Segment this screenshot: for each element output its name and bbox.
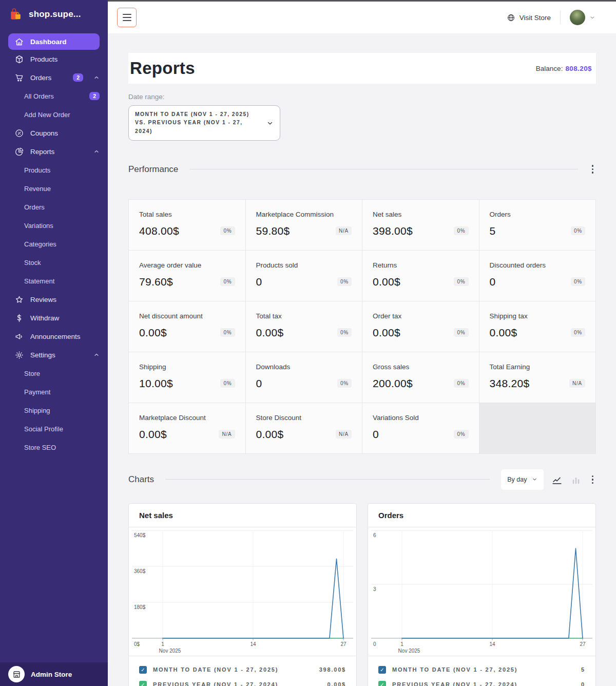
- hamburger-menu-button[interactable]: [117, 8, 137, 27]
- metric-card: Store Discount0.00$N/A: [246, 403, 362, 453]
- sidebar-item-label: Coupons: [30, 129, 58, 137]
- sidebar-footer[interactable]: Admin Store: [0, 662, 108, 686]
- group-by-select[interactable]: By day: [501, 469, 543, 490]
- sidebar-item-label: Orders: [30, 74, 51, 82]
- user-avatar[interactable]: [570, 10, 585, 25]
- metric-card: Shipping tax0.00$0%: [479, 301, 596, 352]
- visit-store-button[interactable]: Visit Store: [507, 13, 551, 22]
- cube-icon: [14, 54, 24, 64]
- sidebar-item-announcements[interactable]: Announcements: [0, 327, 108, 346]
- sidebar-item-reports-products[interactable]: Products: [0, 161, 108, 179]
- sidebar-item-settings-social-profile[interactable]: Social Profile: [0, 420, 108, 438]
- svg-text:6: 6: [373, 532, 376, 538]
- metric-change-badge: 0%: [220, 379, 235, 388]
- metric-card: Total tax0.00$0%: [246, 301, 362, 352]
- sidebar-item-reports-statement[interactable]: Statement: [0, 272, 108, 290]
- metric-label: Shipping: [139, 363, 235, 371]
- topbar: Visit Store: [108, 2, 616, 33]
- sidebar-item-reviews[interactable]: Reviews: [0, 290, 108, 309]
- metric-label: Variations Sold: [373, 414, 469, 422]
- sidebar: shop.supe... DashboardProductsOrders2All…: [0, 0, 108, 686]
- chevron-up-icon: [93, 148, 100, 155]
- sidebar-subitem-label: All Orders: [24, 92, 54, 100]
- metric-card: Shipping10.00$0%: [129, 352, 245, 403]
- sidebar-item-reports-stock[interactable]: Stock: [0, 253, 108, 272]
- sidebar-subitem-label: Add New Order: [24, 111, 70, 119]
- sidebar-item-settings[interactable]: Settings: [0, 346, 108, 364]
- legend-row[interactable]: ✓PREVIOUS YEAR (NOV 1 - 27, 2024)0.00$: [129, 677, 356, 686]
- legend-checkbox-icon[interactable]: ✓: [139, 666, 147, 674]
- sidebar-item-all-orders[interactable]: All Orders2: [0, 87, 108, 105]
- sidebar-subitem-label: Categories: [24, 240, 56, 248]
- performance-kebab-menu[interactable]: [589, 162, 596, 176]
- metric-value: 0.00$: [139, 428, 167, 441]
- metric-value: 5: [490, 225, 496, 237]
- legend-checkbox-icon[interactable]: ✓: [139, 681, 147, 686]
- sidebar-subitem-label: Shipping: [24, 407, 50, 414]
- legend-checkbox-icon[interactable]: ✓: [378, 681, 386, 686]
- metric-value: 0.00$: [373, 327, 400, 339]
- svg-text:Nov 2025: Nov 2025: [159, 648, 181, 654]
- sidebar-item-settings-store[interactable]: Store: [0, 364, 108, 383]
- sidebar-subitem-label: Variations: [24, 222, 53, 230]
- charts-kebab-menu[interactable]: [589, 473, 596, 487]
- metric-card: Marketplace Discount0.00$N/A: [129, 403, 245, 453]
- legend-row[interactable]: ✓PREVIOUS YEAR (NOV 1 - 27, 2024)0: [368, 677, 595, 686]
- metric-value: 0.00$: [373, 276, 400, 288]
- sidebar-item-orders[interactable]: Orders2: [0, 68, 108, 87]
- charts-title: Charts: [128, 474, 154, 485]
- orders-line-chart: 03611427Nov 2025: [368, 527, 595, 656]
- metric-value: 398.00$: [373, 225, 413, 237]
- sidebar-item-reports-orders[interactable]: Orders: [0, 198, 108, 216]
- metric-value: 0: [490, 276, 496, 288]
- line-chart-toggle-icon[interactable]: [551, 474, 563, 485]
- sidebar-subitem-label: Products: [24, 166, 50, 174]
- metric-label: Net discount amount: [139, 312, 235, 320]
- sidebar-item-settings-store-seo[interactable]: Store SEO: [0, 438, 108, 456]
- sidebar-item-reports[interactable]: Reports: [0, 142, 108, 161]
- sidebar-item-settings-shipping[interactable]: Shipping: [0, 401, 108, 420]
- chevron-down-icon: [532, 477, 537, 482]
- metric-card: Marketplace Commission59.80$N/A: [246, 200, 362, 250]
- legend-row[interactable]: ✓MONTH TO DATE (NOV 1 - 27, 2025)398.00$: [129, 662, 356, 677]
- sidebar-subitem-label: Store SEO: [24, 444, 56, 451]
- chevron-down-icon: [589, 14, 595, 21]
- charts-row: Net sales0$180$360$540$11427Nov 2025✓MON…: [128, 503, 596, 686]
- sidebar-item-reports-categories[interactable]: Categories: [0, 235, 108, 253]
- chart-card-net-sales: Net sales0$180$360$540$11427Nov 2025✓MON…: [128, 503, 357, 686]
- legend-value: 398.00$: [319, 666, 346, 673]
- date-range-select[interactable]: MONTH TO DATE (NOV 1 - 27, 2025) VS. PRE…: [128, 105, 280, 141]
- metric-change-badge: 0%: [571, 226, 585, 235]
- legend-checkbox-icon[interactable]: ✓: [378, 666, 386, 674]
- metric-card: Products sold00%: [246, 251, 362, 301]
- sidebar-item-add-new-order[interactable]: Add New Order: [0, 105, 108, 124]
- sidebar-footer-label: Admin Store: [31, 671, 72, 678]
- content: Reports Balance:808.20$ Date range: MONT…: [108, 33, 616, 686]
- chart-title: Orders: [368, 504, 595, 527]
- legend-label: PREVIOUS YEAR (NOV 1 - 27, 2024): [392, 681, 517, 686]
- sidebar-subitem-label: Revenue: [24, 185, 51, 193]
- bar-chart-toggle-icon[interactable]: [570, 474, 582, 485]
- date-range-value: MONTH TO DATE (NOV 1 - 27, 2025) VS. PRE…: [135, 110, 261, 136]
- sidebar-subitem-label: Payment: [24, 388, 50, 396]
- sidebar-item-coupons[interactable]: Coupons: [0, 124, 108, 142]
- svg-text:27: 27: [580, 641, 586, 647]
- sidebar-item-reports-revenue[interactable]: Revenue: [0, 179, 108, 198]
- sidebar-item-products[interactable]: Products: [0, 50, 108, 68]
- metric-label: Total sales: [139, 211, 235, 218]
- metric-label: Orders: [490, 211, 586, 218]
- sidebar-item-settings-payment[interactable]: Payment: [0, 383, 108, 401]
- date-range-line1: MONTH TO DATE (NOV 1 - 27, 2025): [135, 111, 249, 117]
- legend-row[interactable]: ✓MONTH TO DATE (NOV 1 - 27, 2025)5: [368, 662, 595, 677]
- gear-icon: [14, 350, 24, 360]
- metric-card: Returns0.00$0%: [362, 251, 479, 301]
- sidebar-subitem-label: Social Profile: [24, 425, 63, 433]
- sidebar-subitem-label: Store: [24, 370, 40, 377]
- user-menu[interactable]: [570, 10, 595, 25]
- metrics-grid: Total sales408.00$0%Marketplace Commissi…: [128, 199, 596, 454]
- sidebar-item-dashboard[interactable]: Dashboard: [8, 33, 100, 50]
- store-logo: shop.supe...: [0, 0, 108, 33]
- performance-title: Performance: [128, 164, 178, 175]
- sidebar-item-reports-variations[interactable]: Variations: [0, 216, 108, 235]
- sidebar-item-withdraw[interactable]: Withdraw: [0, 309, 108, 327]
